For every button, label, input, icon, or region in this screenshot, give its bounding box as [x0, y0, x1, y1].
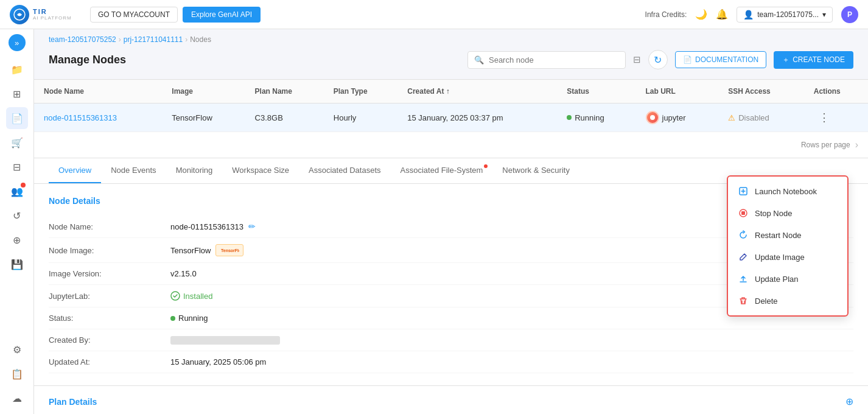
jupyter-icon — [646, 111, 659, 124]
search-box: 🔍 — [467, 51, 626, 69]
breadcrumb: team-120517075252 › prj-121711041111 › N… — [34, 29, 868, 50]
cell-actions: ⋮ — [804, 103, 868, 132]
menu-update-image-label: Update Image — [755, 253, 805, 262]
menu-update-image[interactable]: Update Image — [728, 246, 847, 268]
menu-stop-node[interactable]: Stop Node — [728, 202, 847, 224]
menu-restart-label: Restart Node — [755, 231, 802, 240]
created-by-label: Created By: — [49, 335, 170, 345]
tab-overview[interactable]: Overview — [49, 158, 101, 183]
sidebar-item-files[interactable]: 📁 — [6, 58, 28, 80]
filter-icon[interactable]: ⊟ — [633, 54, 641, 65]
layout: » 📁 ⊞ 📄 🛒 ⊟ 👥 ↺ ⊕ 💾 ⚙ — [0, 29, 868, 414]
col-lab-url: Lab URL — [636, 80, 719, 103]
nodes-icon: 📄 — [11, 113, 23, 124]
sidebar-item-datasets[interactable]: ⊟ — [6, 156, 28, 178]
node-image-label: Node Image: — [49, 246, 170, 255]
menu-update-plan[interactable]: Update Plan — [728, 268, 847, 290]
node-link[interactable]: node-011515361313 — [44, 113, 117, 122]
tab-workspace-size[interactable]: Workspace Size — [222, 158, 299, 183]
tab-network-security[interactable]: Network & Security — [492, 158, 579, 183]
notifications-icon[interactable]: 🔔 — [716, 9, 728, 20]
status-dot — [567, 115, 572, 120]
status-text: Running — [575, 113, 604, 122]
ssh-status-text: Disabled — [738, 113, 769, 122]
jupyter-label: jupyter — [662, 113, 686, 122]
plan-expand-icon[interactable]: ⊕ — [845, 396, 853, 407]
menu-delete[interactable]: Delete — [728, 290, 847, 312]
team-dropdown-icon: ▾ — [822, 10, 826, 19]
context-menu: Launch Notebook Stop Node — [727, 175, 849, 317]
logo-icon — [10, 5, 29, 24]
sidebar-item-integrations[interactable]: ⊕ — [6, 229, 28, 251]
explore-genai-button[interactable]: Explore GenAI API — [183, 7, 261, 23]
tab-associated-datasets[interactable]: Associated Datasets — [299, 158, 391, 183]
plan-details-section: Plan Details ⊕ — [34, 385, 868, 414]
status-value: Running — [170, 314, 208, 323]
col-node-name: Node Name — [34, 80, 162, 103]
page-title: Manage Nodes — [49, 54, 460, 66]
team-selector[interactable]: 👤 team-120517075... ▾ — [737, 7, 833, 23]
search-input[interactable] — [489, 55, 619, 65]
col-image: Image — [162, 80, 245, 103]
image-version-value: v2.15.0 — [170, 269, 197, 278]
edit-node-name-icon[interactable]: ✏ — [248, 222, 256, 231]
logo-text-area: TIR AI PLATFORM — [33, 8, 72, 21]
user-avatar[interactable]: P — [841, 6, 858, 23]
col-plan-name: Plan Name — [245, 80, 324, 103]
refresh-button[interactable]: ↻ — [648, 50, 668, 69]
col-status: Status — [557, 80, 635, 103]
go-to-myaccount-button[interactable]: GO TO MYACCOUNT — [90, 7, 178, 23]
detail-row-updated-at: Updated At: 15 January, 2025 05:06 pm — [49, 351, 853, 373]
breadcrumb-team[interactable]: team-120517075252 — [49, 35, 116, 44]
plus-icon: ＋ — [782, 55, 789, 65]
menu-stop-label: Stop Node — [755, 209, 792, 218]
jobs-icon: ↺ — [13, 210, 21, 222]
cell-node-name: node-011515361313 — [34, 103, 162, 132]
create-node-button[interactable]: ＋ CREATE NODE — [774, 51, 853, 69]
menu-launch-label: Launch Notebook — [755, 187, 817, 196]
sidebar-toggle-button[interactable]: » — [9, 34, 26, 51]
doc-icon: 📄 — [683, 55, 692, 64]
tab-associated-filesystem[interactable]: Associated File-System — [391, 158, 493, 183]
datasets-icon: ⊟ — [13, 161, 21, 173]
sidebar-item-marketplace[interactable]: 🛒 — [6, 132, 28, 153]
rows-per-page-label: Rows per page — [801, 141, 850, 149]
updated-at-label: Updated At: — [49, 357, 170, 367]
sidebar-item-team[interactable]: 👥 — [6, 180, 28, 202]
tab-node-events[interactable]: Node Events — [101, 158, 166, 183]
sidebar-item-settings[interactable]: ⚙ — [6, 339, 28, 360]
storage-icon: 💾 — [11, 259, 23, 270]
sidebar-item-jobs[interactable]: ↺ — [6, 205, 28, 226]
menu-restart-node[interactable]: Restart Node — [728, 224, 847, 246]
sidebar-item-logs[interactable]: 📋 — [6, 363, 28, 385]
files-icon: 📁 — [11, 64, 23, 75]
created-by-value — [170, 336, 280, 345]
cell-status: Running — [557, 103, 635, 132]
sidebar: » 📁 ⊞ 📄 🛒 ⊟ 👥 ↺ ⊕ 💾 ⚙ — [0, 29, 34, 414]
table-row: node-011515361313 TensorFlow C3.8GB Hour… — [34, 103, 868, 132]
sidebar-item-nodes[interactable]: 📄 — [6, 107, 28, 129]
menu-launch-notebook[interactable]: Launch Notebook — [728, 180, 847, 202]
documentation-button[interactable]: 📄 DOCUMENTATION — [675, 51, 766, 68]
pagination-next-icon[interactable]: › — [855, 139, 858, 150]
col-created-at[interactable]: Created At ↑ — [397, 80, 557, 103]
nodes-table-container: Node Name Image Plan Name Plan Type Crea… — [34, 79, 868, 158]
logs-icon: 📋 — [11, 368, 23, 380]
cell-lab-url: jupyter — [636, 103, 719, 132]
actions-menu-button[interactable]: ⋮ — [814, 109, 835, 126]
col-actions: Actions — [804, 80, 868, 103]
tab-monitoring[interactable]: Monitoring — [166, 158, 223, 183]
svg-text:TensorFlow: TensorFlow — [221, 248, 239, 253]
launch-icon — [738, 186, 749, 197]
marketplace-icon: 🛒 — [11, 137, 23, 149]
col-ssh-access: SSH Access — [718, 80, 804, 103]
dark-mode-icon[interactable]: 🌙 — [695, 9, 707, 20]
sidebar-item-storage[interactable]: 💾 — [6, 253, 28, 275]
detail-row-created-by: Created By: — [49, 329, 853, 351]
breadcrumb-project[interactable]: prj-121711041111 — [124, 35, 183, 44]
sidebar-item-cloud[interactable]: ☁ — [6, 387, 28, 409]
cell-plan-type: Hourly — [324, 103, 397, 132]
jupyterlab-value: Installed — [170, 291, 212, 301]
upload-icon — [738, 273, 749, 284]
sidebar-item-dashboard[interactable]: ⊞ — [6, 83, 28, 105]
